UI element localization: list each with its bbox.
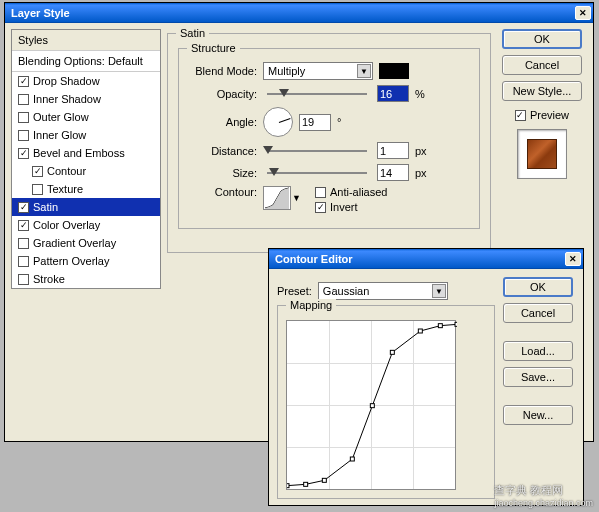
opacity-slider[interactable] xyxy=(267,93,367,95)
chevron-down-icon: ▼ xyxy=(292,193,304,205)
distance-label: Distance: xyxy=(189,145,257,157)
style-item-label: Bevel and Emboss xyxy=(33,147,125,159)
checkbox-icon xyxy=(18,94,29,105)
size-label: Size: xyxy=(189,167,257,179)
checkbox-icon xyxy=(18,238,29,249)
chevron-down-icon: ▼ xyxy=(357,64,371,78)
new-style-button[interactable]: New Style... xyxy=(502,81,582,101)
size-slider[interactable] xyxy=(267,172,367,174)
window-title: Contour Editor xyxy=(275,253,353,265)
preview-checkbox[interactable]: ✓ Preview xyxy=(515,109,569,121)
svg-rect-8 xyxy=(455,322,457,326)
distance-input[interactable]: 1 xyxy=(377,142,409,159)
ok-button[interactable]: OK xyxy=(503,277,573,297)
checkbox-icon xyxy=(18,256,29,267)
checkbox-icon xyxy=(18,130,29,141)
close-icon[interactable]: ✕ xyxy=(565,252,581,266)
style-item-label: Gradient Overlay xyxy=(33,237,116,249)
cancel-button[interactable]: Cancel xyxy=(503,303,573,323)
style-item-label: Pattern Overlay xyxy=(33,255,109,267)
style-item-stroke[interactable]: Stroke xyxy=(12,270,160,288)
size-unit: px xyxy=(415,167,427,179)
size-input[interactable]: 14 xyxy=(377,164,409,181)
cancel-button[interactable]: Cancel xyxy=(502,55,582,75)
svg-rect-2 xyxy=(322,478,326,482)
close-icon[interactable]: ✕ xyxy=(575,6,591,20)
mapping-legend: Mapping xyxy=(286,299,336,311)
style-item-label: Stroke xyxy=(33,273,65,285)
anti-aliased-checkbox[interactable]: Anti-aliased xyxy=(315,186,387,198)
titlebar[interactable]: Layer Style ✕ xyxy=(5,3,593,23)
blend-mode-value: Multiply xyxy=(268,65,305,77)
contour-picker[interactable]: ▼ xyxy=(263,186,291,210)
angle-unit: ° xyxy=(337,116,341,128)
style-item-color-overlay[interactable]: ✓Color Overlay xyxy=(12,216,160,234)
invert-checkbox[interactable]: ✓ Invert xyxy=(315,201,387,213)
contour-label: Contour: xyxy=(189,186,257,198)
style-item-label: Inner Glow xyxy=(33,129,86,141)
checkbox-icon: ✓ xyxy=(18,76,29,87)
angle-input[interactable]: 19 xyxy=(299,114,331,131)
style-item-outer-glow[interactable]: Outer Glow xyxy=(12,108,160,126)
style-item-label: Contour xyxy=(47,165,86,177)
distance-unit: px xyxy=(415,145,427,157)
opacity-unit: % xyxy=(415,88,425,100)
opacity-label: Opacity: xyxy=(189,88,257,100)
svg-rect-7 xyxy=(438,324,442,328)
checkbox-icon xyxy=(18,274,29,285)
svg-rect-1 xyxy=(304,482,308,486)
ok-button[interactable]: OK xyxy=(502,29,582,49)
checkbox-icon xyxy=(315,187,326,198)
preset-value: Gaussian xyxy=(323,285,369,297)
angle-label: Angle: xyxy=(189,116,257,128)
opacity-input[interactable]: 16 xyxy=(377,85,409,102)
titlebar[interactable]: Contour Editor ✕ xyxy=(269,249,583,269)
checkbox-icon: ✓ xyxy=(315,202,326,213)
blend-mode-select[interactable]: Multiply ▼ xyxy=(263,62,373,80)
svg-rect-0 xyxy=(287,484,289,488)
checkbox-icon: ✓ xyxy=(32,166,43,177)
curve-canvas[interactable] xyxy=(286,320,456,490)
chevron-down-icon: ▼ xyxy=(432,284,446,298)
style-item-inner-glow[interactable]: Inner Glow xyxy=(12,126,160,144)
style-item-label: Drop Shadow xyxy=(33,75,100,87)
style-item-label: Satin xyxy=(33,201,58,213)
color-swatch[interactable] xyxy=(379,63,409,79)
wood-swatch xyxy=(527,139,557,169)
svg-rect-4 xyxy=(370,404,374,408)
style-item-label: Inner Shadow xyxy=(33,93,101,105)
style-item-label: Texture xyxy=(47,183,83,195)
window-title: Layer Style xyxy=(11,7,70,19)
style-item-label: Outer Glow xyxy=(33,111,89,123)
styles-header[interactable]: Styles xyxy=(12,30,160,51)
styles-panel: Styles Blending Options: Default ✓Drop S… xyxy=(11,29,161,289)
preset-select[interactable]: Gaussian ▼ xyxy=(318,282,448,300)
style-item-gradient-overlay[interactable]: Gradient Overlay xyxy=(12,234,160,252)
svg-rect-3 xyxy=(350,457,354,461)
preset-label: Preset: xyxy=(277,285,312,297)
section-legend: Satin xyxy=(176,27,209,39)
checkbox-icon xyxy=(18,112,29,123)
new-button[interactable]: New... xyxy=(503,405,573,425)
contour-editor-buttons: OK Cancel Load... Save... New... xyxy=(503,277,575,499)
save-button[interactable]: Save... xyxy=(503,367,573,387)
style-item-inner-shadow[interactable]: Inner Shadow xyxy=(12,90,160,108)
distance-slider[interactable] xyxy=(267,150,367,152)
structure-legend: Structure xyxy=(187,42,240,54)
checkbox-icon: ✓ xyxy=(18,148,29,159)
checkbox-icon: ✓ xyxy=(18,202,29,213)
preview-thumbnail xyxy=(517,129,567,179)
angle-dial[interactable] xyxy=(263,107,293,137)
blend-mode-label: Blend Mode: xyxy=(189,65,257,77)
style-item-contour[interactable]: ✓Contour xyxy=(12,162,160,180)
style-item-satin[interactable]: ✓Satin xyxy=(12,198,160,216)
style-item-texture[interactable]: Texture xyxy=(12,180,160,198)
checkbox-icon: ✓ xyxy=(18,220,29,231)
style-item-bevel-and-emboss[interactable]: ✓Bevel and Emboss xyxy=(12,144,160,162)
blending-options-header[interactable]: Blending Options: Default xyxy=(12,51,160,72)
style-item-drop-shadow[interactable]: ✓Drop Shadow xyxy=(12,72,160,90)
watermark: 查字典 教程网 jiaocheng.chazidian.com xyxy=(494,483,593,508)
style-item-pattern-overlay[interactable]: Pattern Overlay xyxy=(12,252,160,270)
checkbox-icon: ✓ xyxy=(515,110,526,121)
load-button[interactable]: Load... xyxy=(503,341,573,361)
